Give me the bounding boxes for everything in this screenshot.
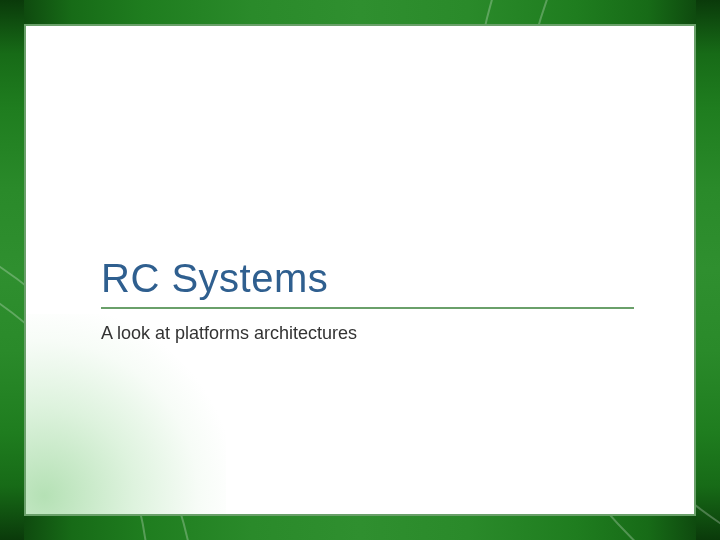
frame-left: [0, 0, 24, 540]
slide-title: RC Systems: [101, 256, 634, 309]
decor-glow: [24, 314, 226, 516]
slide: RC Systems A look at platforms architect…: [0, 0, 720, 540]
content-block: RC Systems A look at platforms architect…: [101, 256, 634, 344]
slide-subtitle: A look at platforms architectures: [101, 323, 634, 344]
frame-bottom: [0, 516, 720, 540]
frame-right: [696, 0, 720, 540]
slide-body: RC Systems A look at platforms architect…: [24, 24, 696, 516]
frame-top: [0, 0, 720, 24]
